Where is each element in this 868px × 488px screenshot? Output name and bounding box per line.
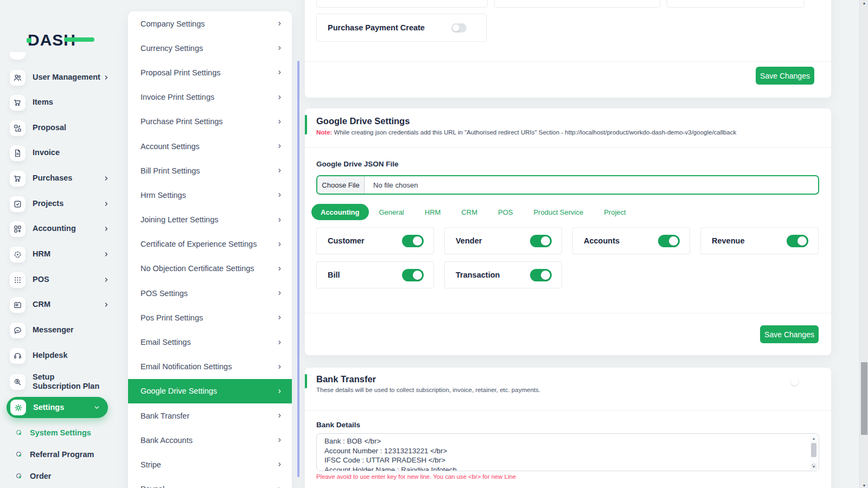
bank-transfer-card: Bank Transfer These details will be used… (305, 368, 831, 488)
settings-menu-item-email-notification-settings[interactable]: Email Notification Settings (128, 355, 292, 379)
chevron-right-icon (277, 21, 283, 27)
logo-green-dash (64, 37, 94, 42)
tab-hrm[interactable]: HRM (414, 204, 451, 220)
settings-menu-item-purchase-print-settings[interactable]: Purchase Print Settings (128, 110, 292, 134)
logo[interactable]: DASH (28, 30, 76, 50)
settings-menu-item-stripe[interactable]: Stripe (128, 452, 292, 477)
revenue-toggle[interactable] (787, 235, 808, 247)
sidebar-item-user-management[interactable]: User Management (10, 69, 114, 86)
save-changes-button[interactable]: Save Changes (760, 325, 819, 343)
sidebar-item-crm[interactable]: CRM (10, 297, 114, 313)
chevron-right-icon (103, 301, 110, 308)
chevron-right-icon (277, 168, 283, 174)
settings-menu-item-bill-print-settings[interactable]: Bill Print Settings (128, 158, 292, 183)
settings-menu-item-pos-print-settings[interactable]: Pos Print Settings (128, 305, 292, 330)
sidebar-item-messenger[interactable]: Messenger (10, 322, 114, 338)
sidebar-item-helpdesk[interactable]: Helpdesk (10, 348, 114, 364)
tab-crm[interactable]: CRM (451, 204, 488, 220)
scrollbar-thumb[interactable] (811, 443, 816, 457)
file-status-text: No file chosen (373, 181, 418, 189)
note-label: Note: (316, 129, 332, 136)
choose-file-button[interactable]: Choose File (317, 176, 365, 194)
chevron-right-icon (277, 388, 283, 394)
sidebar-item-hrm[interactable]: HRM (10, 246, 114, 262)
chevron-right-icon (277, 266, 283, 272)
settings-menu-item-currency-settings[interactable]: Currency Settings (128, 36, 292, 60)
settings-menu-item-paypal[interactable]: Paypal (128, 477, 292, 488)
scroll-up-icon[interactable]: ▲ (810, 435, 818, 441)
file-field-label: Google Drive JSON File (316, 160, 399, 168)
save-changes-button[interactable]: Save Changes (756, 67, 814, 85)
cut-setting-box (494, 0, 660, 8)
toggle-knob (669, 236, 678, 246)
chevron-right-icon (277, 314, 283, 320)
accounts-toggle[interactable] (658, 235, 680, 247)
scrollbar-thumb[interactable] (861, 362, 867, 435)
green-accent-bar (305, 374, 307, 388)
invoice-icon (10, 145, 25, 161)
toggle-knob (541, 271, 550, 280)
settings-menu-scrollbar[interactable] (297, 61, 299, 477)
logo-green-dot (27, 38, 31, 43)
sidebar-item-invoice[interactable]: Invoice (10, 145, 114, 161)
tab-general[interactable]: General (369, 204, 414, 220)
sidebar-item-pos[interactable]: POS (10, 272, 114, 288)
chevron-right-icon (277, 217, 283, 223)
transaction-toggle[interactable] (530, 269, 552, 281)
tab-accounting[interactable]: Accounting (311, 204, 369, 220)
google-drive-json-file-input[interactable]: Choose File No file chosen (316, 175, 819, 195)
bank-details-text: Bank : BOB </br>Account Number : 1231321… (324, 436, 457, 471)
sidebar-subitem-system-settings[interactable]: System Settings (16, 428, 114, 437)
sidebar-item-setup-subscription-plan[interactable]: Setup Subscription Plan (10, 372, 114, 391)
purchase-payment-create-toggle[interactable] (451, 23, 467, 33)
sidebar-item-purchases[interactable]: Purchases (10, 170, 114, 187)
toggle-knob (541, 236, 550, 246)
vender-toggle[interactable] (530, 235, 552, 247)
sidebar-item-accounting[interactable]: Accounting (10, 221, 114, 237)
settings-menu-item-google-drive-settings[interactable]: Google Drive Settings (128, 379, 292, 403)
toggle-card-vender: Vender (444, 227, 562, 254)
settings-menu-item-email-settings[interactable]: Email Settings (128, 330, 292, 354)
customer-toggle[interactable] (402, 235, 424, 247)
sidebar-item-items[interactable]: Items (10, 94, 114, 111)
chevron-right-icon (277, 437, 283, 443)
settings-menu-item-account-settings[interactable]: Account Settings (128, 134, 292, 158)
scroll-up-icon[interactable]: ▲ (860, 0, 868, 5)
settings-menu-item-bank-transfer[interactable]: Bank Transfer (128, 403, 292, 428)
bullet-icon (16, 473, 21, 478)
chevron-right-icon (103, 277, 110, 283)
toggle-card-bill: Bill (316, 261, 434, 288)
tab-pos[interactable]: POS (488, 204, 523, 220)
cut-setting-box (316, 0, 488, 8)
cart-icon (10, 95, 25, 111)
tab-product-service[interactable]: Product Service (523, 204, 593, 220)
proposal-icon (10, 120, 25, 136)
settings-menu-item-joining-letter-settings[interactable]: Joining Letter Settings (128, 208, 292, 232)
sidebar-subitem-referral-program[interactable]: Referral Program (16, 450, 114, 459)
settings-menu-item-proposal-print-settings[interactable]: Proposal Print Settings (128, 60, 292, 85)
chevron-right-icon (103, 251, 110, 258)
resize-grip-icon[interactable] (812, 464, 816, 468)
toggle-knob (413, 236, 422, 246)
page-scrollbar[interactable]: ▲ ▼ (859, 0, 868, 488)
green-accent-bar (305, 115, 307, 134)
settings-menu-item-certificate-of-experience-settings[interactable]: Certificate of Experience Settings (128, 232, 292, 256)
tab-project[interactable]: Project (593, 204, 636, 220)
card-title: Google Drive Settings (316, 116, 410, 126)
sidebar-item-proposal[interactable]: Proposal (10, 120, 114, 136)
settings-menu-item-bank-accounts[interactable]: Bank Accounts (128, 428, 292, 452)
bill-toggle[interactable] (402, 269, 424, 281)
settings-menu-item-invoice-print-settings[interactable]: Invoice Print Settings (128, 85, 292, 110)
bank-details-textarea[interactable]: Bank : BOB </br>Account Number : 1231321… (316, 433, 819, 471)
card-title: Bank Transfer (316, 374, 376, 384)
sidebar-subitem-order[interactable]: Order (16, 471, 114, 480)
scroll-down-icon[interactable]: ▼ (860, 483, 868, 488)
settings-menu-item-pos-settings[interactable]: POS Settings (128, 281, 292, 305)
dots-grid-icon (10, 272, 25, 288)
settings-menu-item-no-objection-certificate-settings[interactable]: No Objection Certificate Settings (128, 256, 292, 281)
sidebar-item-settings[interactable]: Settings (7, 397, 108, 418)
chevron-right-icon (103, 175, 110, 182)
settings-menu-item-company-settings[interactable]: Company Settings (128, 11, 292, 36)
sidebar-item-projects[interactable]: Projects (10, 196, 114, 212)
settings-menu-item-hrm-settings[interactable]: Hrm Settings (128, 183, 292, 207)
